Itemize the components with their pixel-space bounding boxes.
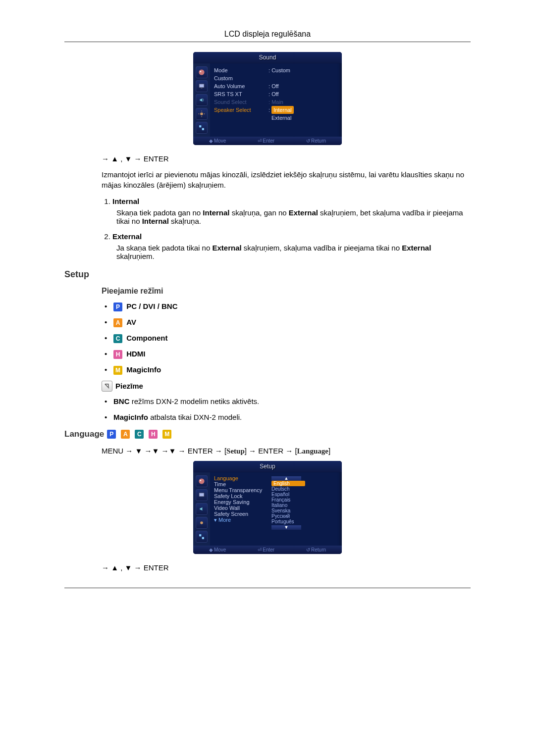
note-item: BNC režīms DXN-2 modelim netiks aktivēts… <box>102 397 471 406</box>
osd-option-selected: English <box>271 481 305 486</box>
item-body: Skaņa tiek padota gan no Internal skaļru… <box>116 208 471 225</box>
osd-title: Sound <box>193 52 342 63</box>
osd-option: Русский <box>271 513 338 519</box>
osd-item-label: Video Wall <box>214 505 268 511</box>
note-label: Piezīme <box>115 382 143 390</box>
svg-rect-16 <box>202 537 204 539</box>
mode-badge-h: H <box>113 350 122 359</box>
osd-item-value: : Off <box>268 82 338 90</box>
multi-icon <box>196 122 208 134</box>
divider <box>64 42 471 42</box>
osd-footer: ◆ Move ⏎ Enter ↺ Return <box>193 546 342 554</box>
move-hint: ◆ Move <box>209 547 226 553</box>
osd-item-label: Mode <box>214 66 268 74</box>
svg-rect-10 <box>202 128 204 130</box>
osd-option: Português <box>271 519 338 524</box>
osd-option: Deutsch <box>271 486 338 492</box>
osd-more: ▾ More <box>214 517 268 523</box>
osd-item-label: Custom <box>214 74 268 82</box>
osd-footer: ◆ Move ⏎ Enter ↺ Return <box>193 137 342 145</box>
osd-sound-screenshot: Sound Mode: Custom Custom Auto Volume: O… <box>64 52 471 145</box>
svg-point-0 <box>199 69 204 75</box>
svg-point-4 <box>200 112 203 115</box>
speaker-list: Internal Skaņa tiek padota gan no Intern… <box>102 197 471 260</box>
multi-icon <box>196 531 208 543</box>
osd-setup-screenshot: Setup Language Time Menu Transparency Sa… <box>64 461 471 554</box>
osd-item-value: External <box>268 114 338 122</box>
list-item: External Ja skaņa tiek padota tikai no E… <box>112 232 471 260</box>
item-body: Ja skaņa tiek padota tikai no External s… <box>116 244 471 260</box>
mode-item: P PC / DVI / BNC <box>102 302 471 311</box>
mode-badge-m: M <box>113 366 122 375</box>
osd-item-label: Safety Screen <box>214 511 268 517</box>
body-text: Izmantojot ierīci ar pievienotu mājas ki… <box>102 170 471 190</box>
osd-item-label: Safety Lock <box>214 493 268 499</box>
mode-badge-c: C <box>135 430 144 439</box>
divider <box>64 588 471 588</box>
osd-title: Setup <box>193 461 342 472</box>
move-hint: ◆ Move <box>209 138 226 144</box>
palette-icon <box>196 475 208 487</box>
osd-item-label: Menu Transparency <box>214 487 268 493</box>
mode-item: M MagicInfo <box>102 365 471 375</box>
return-hint: ↺ Return <box>306 138 326 144</box>
setup-heading: Setup <box>64 269 471 280</box>
svg-point-1 <box>200 71 202 72</box>
list-item: Internal Skaņa tiek padota gan no Intern… <box>112 197 471 225</box>
mode-badge-m: M <box>162 430 171 439</box>
scroll-down-icon: ▼ <box>271 525 301 530</box>
osd-option: Svenska <box>271 508 338 513</box>
menu-path: MENU → ▼ →▼ →▼ → ENTER → [Setup] → ENTER… <box>102 446 471 456</box>
osd-item-value: : Main <box>268 98 338 106</box>
item-title: External <box>112 232 142 241</box>
osd-item-value: : Custom <box>268 66 338 74</box>
palette-icon <box>196 66 208 78</box>
page-title: LCD displeja regulēšana <box>64 30 471 39</box>
svg-point-12 <box>200 480 202 481</box>
gear-icon <box>196 108 208 120</box>
mode-badge-c: C <box>113 334 122 343</box>
screen-icon <box>196 489 208 501</box>
svg-rect-15 <box>199 534 201 536</box>
osd-icon-strip <box>193 472 210 546</box>
svg-rect-2 <box>199 84 204 88</box>
osd-icon-strip <box>193 63 210 137</box>
return-hint: ↺ Return <box>306 547 326 553</box>
mode-item: A AV <box>102 317 471 327</box>
sound-icon <box>196 94 208 106</box>
note-icon <box>102 381 112 392</box>
nav-sequence: → ▲ , ▼ → ENTER <box>102 563 471 573</box>
osd-item-value: : Off <box>268 90 338 98</box>
mode-item: H HDMI <box>102 349 471 359</box>
language-heading: Language P A C H M <box>64 429 471 439</box>
osd-item-label: Auto Volume <box>214 82 268 90</box>
osd-item-label: Language <box>214 475 268 481</box>
gear-icon <box>196 517 208 529</box>
item-title: Internal <box>112 197 139 205</box>
mode-badge-a: A <box>121 430 130 439</box>
osd-item-label: Time <box>214 481 268 487</box>
osd-item-label: Energy Saving <box>214 499 268 505</box>
mode-badge-a: A <box>113 318 122 327</box>
mode-badge-h: H <box>149 430 158 439</box>
osd-option: Español <box>271 492 338 497</box>
osd-item-label: SRS TS XT <box>214 90 268 98</box>
osd-item-value: : Internal <box>268 106 338 114</box>
osd-item-label: Sound Select <box>214 98 268 106</box>
scroll-up-icon: ▲ <box>271 476 301 481</box>
svg-point-11 <box>199 479 204 484</box>
svg-rect-13 <box>199 493 204 497</box>
mode-item: C Component <box>102 333 471 343</box>
sound-icon <box>196 503 208 515</box>
osd-option: Italiano <box>271 503 338 508</box>
mode-badge-p: P <box>113 302 122 311</box>
svg-point-14 <box>200 521 203 524</box>
svg-rect-3 <box>201 88 203 89</box>
modes-list: P PC / DVI / BNC A AV C Component H HDMI… <box>102 302 471 375</box>
notes-list: BNC režīms DXN-2 modelim netiks aktivēts… <box>102 397 471 422</box>
enter-hint: ⏎ Enter <box>258 138 274 144</box>
mode-badge-p: P <box>107 430 116 439</box>
osd-item-label: Speaker Select <box>214 106 268 114</box>
osd-option: Français <box>271 497 338 503</box>
enter-hint: ⏎ Enter <box>258 547 274 553</box>
